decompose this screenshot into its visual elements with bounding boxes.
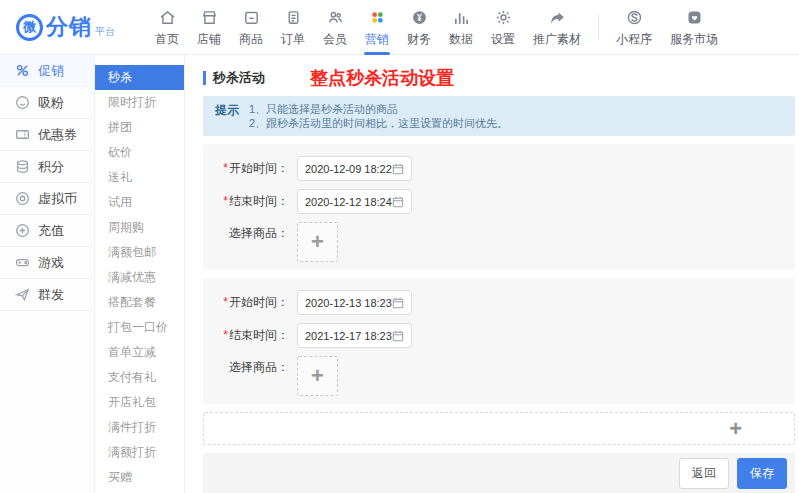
submenu-item-first-order-discount[interactable]: 首单立减 [95,340,184,365]
sidebar-item-points[interactable]: 积分 [0,151,94,183]
nav-item-mini-program[interactable]: 小程序 [607,0,661,55]
nav-item-home[interactable]: 首页 [146,0,188,55]
sidebar: 促销 吸粉 优惠券 积分 虚拟币 [0,55,95,493]
percent-icon [15,63,30,78]
start-time-input[interactable]: 2020-12-09 18:22 [297,156,412,181]
nav-item-label: 商品 [239,31,263,48]
coin-icon [15,191,30,206]
finance-yen-icon [411,9,428,27]
start-time-input[interactable]: 2020-12-13 18:23 [297,290,412,315]
plus-icon: + [729,418,742,440]
submenu-item-amount-discount[interactable]: 满额打折 [95,440,184,465]
end-time-input[interactable]: 2021-12-17 18:23 [297,323,412,348]
product-box-icon [243,9,260,27]
share-arrow-icon [549,9,566,27]
submenu-item-store-gift-pack[interactable]: 开店礼包 [95,390,184,415]
gamepad-icon [15,255,30,270]
sidebar-item-promotion[interactable]: 促销 [0,55,94,87]
add-group-button[interactable]: + [203,412,795,445]
sidebar-item-label: 充值 [38,222,64,240]
plus-icon: + [311,365,324,387]
tip-box: 提示 1、只能选择是秒杀活动的商品 2、跟秒杀活动里的时间相比，这里设置的时间优… [203,96,795,136]
submenu-item-quantity-discount[interactable]: 满件打折 [95,415,184,440]
mini-program-icon [626,9,643,27]
nav-item-label: 数据 [449,31,473,48]
section-title: 秒杀活动 [213,69,265,87]
tip-line: 2、跟秒杀活动里的时间相比，这里设置的时间优先。 [249,116,508,130]
nav-item-label: 小程序 [616,31,652,48]
nav-item-shop[interactable]: 店铺 [188,0,230,55]
calendar-icon [392,297,404,309]
sidebar-item-broadcast[interactable]: 群发 [0,279,94,311]
end-time-label-text: 结束时间： [229,194,289,208]
submenu-item-time-limited-discount[interactable]: 限时打折 [95,90,184,115]
sidebar-item-label: 游戏 [38,254,64,272]
brand-logo[interactable]: 微 分销 平台 [16,12,136,42]
start-time-label: *开始时间： [203,294,289,311]
sidebar-item-fans[interactable]: 吸粉 [0,87,94,119]
activity-group-1: *开始时间： 2020-12-09 18:22 *结束时间： 2020-12-1… [203,144,795,270]
nav-item-finance[interactable]: 财务 [398,0,440,55]
nav-item-settings[interactable]: 设置 [482,0,524,55]
start-time-value: 2020-12-09 18:22 [305,163,392,175]
nav-item-label: 首页 [155,31,179,48]
submenu-item-package-price[interactable]: 打包一口价 [95,315,184,340]
brand-suffix: 平台 [95,25,115,39]
calendar-icon [392,163,404,175]
nav-item-label: 财务 [407,31,431,48]
end-time-value: 2021-12-17 18:23 [305,330,392,342]
add-product-button[interactable]: + [297,222,338,262]
back-button[interactable]: 返回 [679,458,729,489]
submenu-item-bundle[interactable]: 搭配套餐 [95,290,184,315]
sidebar-item-label: 虚拟币 [38,190,77,208]
bar-chart-icon [453,9,470,27]
end-time-input[interactable]: 2020-12-12 18:24 [297,189,412,214]
submenu-item-full-reduction[interactable]: 满减优惠 [95,265,184,290]
coupon-icon [15,127,30,142]
submenu-item-gift[interactable]: 送礼 [95,165,184,190]
nav-item-label: 店铺 [197,31,221,48]
add-product-button[interactable]: + [297,356,338,396]
sidebar-item-label: 群发 [38,286,64,304]
sidebar-item-label: 吸粉 [38,94,64,112]
select-goods-label-text: 选择商品： [229,360,289,374]
submenu-item-periodic-purchase[interactable]: 周期购 [95,215,184,240]
submenu-item-trial[interactable]: 试用 [95,190,184,215]
submenu-item-free-shipping[interactable]: 满额包邮 [95,240,184,265]
home-icon [159,9,176,27]
submenu-item-group-buy[interactable]: 拼团 [95,115,184,140]
nav-item-orders[interactable]: 订单 [272,0,314,55]
sidebar-item-recharge[interactable]: 充值 [0,215,94,247]
sidebar-item-virtual-coin[interactable]: 虚拟币 [0,183,94,215]
select-goods-label: 选择商品： [203,222,289,242]
start-time-value: 2020-12-13 18:23 [305,297,392,309]
select-goods-row: 选择商品： + [203,356,795,396]
select-goods-label-text: 选择商品： [229,226,289,240]
nav-item-marketing[interactable]: 营销 [356,0,398,55]
submenu-item-buy-get-free[interactable]: 买赠 [95,465,184,490]
end-time-row: *结束时间： 2021-12-17 18:23 [203,323,795,348]
nav-item-members[interactable]: 会员 [314,0,356,55]
save-button[interactable]: 保存 [737,458,787,489]
nav-item-data[interactable]: 数据 [440,0,482,55]
submenu-item-bargain[interactable]: 砍价 [95,140,184,165]
section-header: 秒杀活动 整点秒杀活动设置 [203,68,795,88]
nav-item-service-market[interactable]: 服务市场 [661,0,727,55]
brand-name: 分销 [46,12,92,42]
submenu-item-payment-gift[interactable]: 支付有礼 [95,365,184,390]
select-goods-row: 选择商品： + [203,222,795,262]
heart-badge-icon [686,9,703,27]
sidebar-item-label: 积分 [38,158,64,176]
end-time-row: *结束时间： 2020-12-12 18:24 [203,189,795,214]
required-marker: * [223,328,228,342]
top-nav-items: 首页 店铺 商品 订单 [146,0,727,55]
gear-icon [495,9,512,27]
nav-item-products[interactable]: 商品 [230,0,272,55]
sidebar-item-coupon[interactable]: 优惠券 [0,119,94,151]
smiley-icon [15,95,30,110]
sidebar-item-games[interactable]: 游戏 [0,247,94,279]
send-plane-icon [15,287,30,302]
submenu-item-seckill[interactable]: 秒杀 [95,65,184,90]
members-icon [327,9,344,27]
nav-item-promo-materials[interactable]: 推广素材 [524,0,590,55]
